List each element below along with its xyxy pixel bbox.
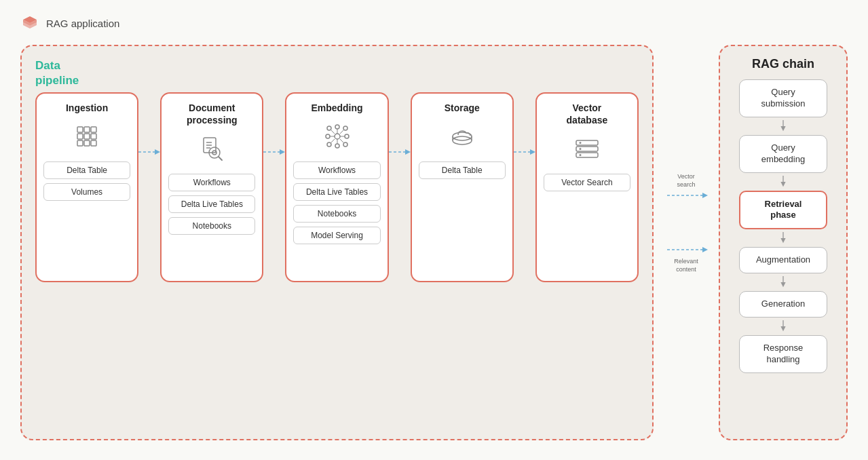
svg-marker-10 [155, 149, 160, 155]
svg-rect-1 [84, 127, 90, 132]
arrow-1 [138, 147, 160, 157]
doc-proc-item-1: Delta Live Tables [168, 195, 255, 213]
svg-rect-0 [77, 127, 83, 132]
svg-line-31 [331, 139, 335, 142]
svg-point-20 [335, 134, 340, 139]
svg-marker-54 [702, 193, 708, 198]
svg-rect-3 [77, 134, 83, 139]
svg-point-25 [335, 125, 339, 129]
rag-chain-title: RAG chain [752, 57, 814, 71]
chain-step-response-handling: Responsehandling [739, 335, 827, 373]
storage-icon [445, 119, 479, 153]
chain-step-generation: Generation [739, 291, 827, 318]
vector-db-items: Vector Search [544, 174, 630, 191]
chain-step-query-embedding: Queryembedding [739, 135, 827, 173]
stage-embedding: Embedding [285, 92, 388, 282]
chain-step-augmentation: Augmentation [739, 247, 827, 273]
svg-point-23 [327, 142, 331, 147]
svg-marker-62 [780, 182, 785, 187]
stage-storage-title: Storage [445, 102, 480, 114]
svg-marker-44 [530, 149, 535, 155]
doc-processing-icon [195, 132, 229, 166]
svg-rect-5 [91, 134, 96, 139]
chain-step-query-submission: Querysubmission [739, 79, 827, 117]
svg-marker-60 [780, 126, 785, 131]
embedding-items: Workflows Delta Live Tables Notebooks Mo… [293, 161, 380, 244]
app-title: RAG application [46, 18, 119, 29]
svg-rect-7 [84, 140, 90, 146]
ingestion-item-1: Volumes [43, 183, 130, 201]
svg-marker-68 [780, 326, 785, 331]
chain-arrow-1 [778, 176, 789, 188]
svg-text:content: content [676, 266, 696, 273]
stage-vector-database: Vectordatabase Vector Se [535, 92, 639, 282]
rag-app-icon [20, 14, 39, 33]
stage-storage: Storage Delta Table [411, 92, 514, 282]
connector-area: Vector search Relevant content [666, 45, 706, 440]
embedding-item-0: Workflows [293, 161, 380, 179]
svg-rect-4 [84, 134, 90, 139]
pipeline-stages: Ingestion [35, 92, 639, 427]
svg-point-49 [579, 148, 581, 150]
svg-point-27 [326, 134, 330, 138]
ingestion-items: Delta Table Volumes [43, 161, 130, 201]
storage-item-0: Delta Table [419, 161, 506, 179]
stage-doc-proc-title: Documentprocessing [187, 102, 238, 126]
svg-marker-19 [280, 149, 285, 155]
embedding-item-3: Model Serving [293, 227, 380, 244]
svg-rect-8 [91, 140, 96, 146]
ingestion-icon [70, 119, 104, 153]
svg-rect-2 [91, 127, 96, 132]
svg-marker-66 [780, 282, 785, 287]
embedding-item-2: Notebooks [293, 205, 380, 223]
arrow-4 [514, 147, 535, 157]
chain-step-retrieval-phase: Retrievalphase [739, 191, 827, 230]
svg-point-48 [579, 142, 581, 144]
svg-line-30 [340, 130, 343, 134]
embedding-item-1: Delta Live Tables [293, 183, 380, 201]
svg-marker-58 [702, 247, 708, 252]
svg-line-32 [340, 139, 343, 142]
data-pipeline-section: Datapipeline Ingestion [20, 45, 654, 440]
svg-marker-64 [780, 238, 785, 243]
doc-proc-items: Workflows Delta Live Tables Notebooks [168, 174, 255, 235]
svg-point-28 [345, 134, 349, 138]
chain-arrow-2 [778, 232, 789, 244]
app-header: RAG application [20, 14, 848, 33]
vector-db-icon [570, 132, 604, 166]
doc-proc-item-2: Notebooks [168, 217, 255, 235]
svg-point-21 [327, 126, 331, 130]
svg-point-26 [335, 144, 339, 148]
embedding-icon [320, 119, 354, 153]
svg-text:Vector: Vector [677, 173, 695, 180]
svg-line-29 [331, 130, 335, 134]
connector-lines: Vector search Relevant content [666, 141, 706, 345]
svg-marker-38 [405, 149, 411, 155]
chain-arrow-4 [778, 320, 789, 332]
svg-text:Relevant: Relevant [674, 258, 698, 265]
stage-ingestion-title: Ingestion [66, 102, 108, 114]
main-content: Datapipeline Ingestion [20, 45, 848, 440]
data-pipeline-label: Datapipeline [35, 58, 79, 88]
svg-rect-6 [77, 140, 83, 146]
svg-line-13 [219, 157, 222, 160]
ingestion-item-0: Delta Table [43, 161, 130, 179]
page: RAG application Datapipeline Ingestion [0, 0, 868, 460]
storage-items: Delta Table [419, 161, 506, 179]
svg-point-24 [343, 142, 347, 147]
stage-document-processing: Documentprocessing Workf [160, 92, 263, 282]
chain-arrow-0 [778, 120, 789, 132]
connector-svg [645, 175, 666, 311]
svg-point-22 [343, 126, 347, 130]
stage-embedding-title: Embedding [311, 102, 362, 114]
stage-vector-db-title: Vectordatabase [567, 102, 608, 126]
chain-arrow-3 [778, 276, 789, 288]
arrow-2 [263, 147, 285, 157]
svg-point-50 [579, 154, 581, 156]
stage-ingestion: Ingestion [35, 92, 138, 282]
svg-text:search: search [677, 181, 695, 188]
vector-db-item-0: Vector Search [544, 174, 630, 191]
arrow-3 [389, 147, 411, 157]
rag-chain-section: RAG chain Querysubmission Queryembedding… [719, 45, 848, 440]
doc-proc-item-0: Workflows [168, 174, 255, 191]
